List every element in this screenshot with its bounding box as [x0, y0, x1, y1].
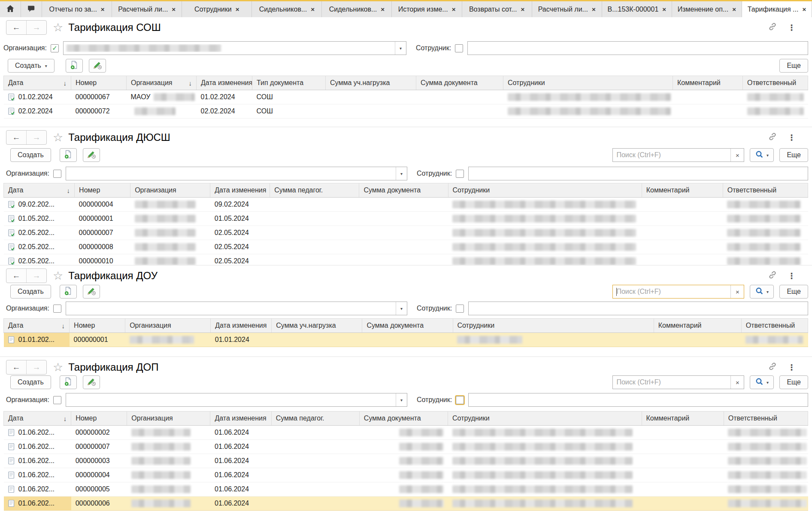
column-header[interactable]: Организация ↓ — [127, 76, 197, 90]
favorite-star-icon[interactable]: ☆ — [53, 22, 63, 34]
get-link-icon[interactable] — [768, 132, 777, 143]
get-link-icon[interactable] — [768, 362, 777, 373]
table-row[interactable]: 01.05.202... 000000001 01.05.2024 — [4, 212, 808, 226]
column-header[interactable]: Дата изменения — [211, 319, 272, 333]
table-row[interactable]: 01.06.202... 000000006 01.06.2024 — [4, 497, 808, 511]
chevron-down-icon[interactable]: ▾ — [395, 42, 406, 55]
create-copy-button[interactable] — [66, 59, 83, 73]
column-header[interactable]: Сумма документа — [416, 76, 503, 90]
column-header[interactable]: Сумма документа — [362, 319, 453, 333]
search-input[interactable] — [613, 286, 730, 298]
edit-button[interactable] — [83, 148, 100, 162]
back-button[interactable]: ← — [6, 360, 26, 374]
tab[interactable]: Сидельников... × — [322, 1, 392, 17]
emp-filter-input[interactable] — [468, 302, 808, 315]
column-header[interactable]: Сумма уч.нагрузка — [272, 319, 362, 333]
chevron-down-icon[interactable]: ▾ — [396, 167, 407, 180]
create-copy-button[interactable] — [60, 148, 77, 162]
more-button[interactable]: Еще — [779, 59, 808, 73]
emp-filter-checkbox[interactable] — [456, 396, 464, 404]
column-header[interactable]: Номер — [75, 183, 130, 198]
column-header[interactable]: Комментарий — [642, 183, 723, 198]
get-link-icon[interactable] — [768, 270, 777, 281]
emp-filter-checkbox[interactable] — [456, 305, 464, 313]
org-filter-checkbox[interactable] — [53, 305, 61, 313]
tab[interactable]: В...153К-000001 × — [602, 1, 672, 17]
table-row[interactable]: 09.02.202... 000000004 09.02.2024 — [4, 198, 808, 212]
table-row[interactable]: 01.06.202... 000000004 01.06.2024 — [4, 468, 808, 482]
table-row[interactable]: 01.06.202... 000000002 01.06.2024 — [4, 426, 808, 440]
search-options-button[interactable]: ▾ — [750, 375, 774, 389]
search-input[interactable] — [613, 149, 730, 161]
tab[interactable]: Сидельников... × — [252, 1, 322, 17]
column-header[interactable]: Тип документа — [252, 76, 326, 90]
emp-filter-input[interactable] — [468, 167, 808, 180]
org-filter-combo[interactable]: ▾ — [63, 41, 406, 55]
close-icon[interactable]: × — [452, 6, 456, 13]
table-row[interactable]: 01.02.2024 000000067 МАОУ 01.02.2024 СОШ — [4, 90, 808, 104]
menu-dots-icon[interactable]: ⋮ — [788, 363, 796, 372]
tab[interactable]: Тарификация ... × — [742, 1, 812, 18]
column-header[interactable]: Дата ↓ — [4, 183, 75, 198]
column-header[interactable]: Ответственный — [743, 76, 808, 90]
chevron-down-icon[interactable]: ▾ — [396, 393, 407, 406]
tab[interactable]: Возвраты сот... × — [462, 1, 532, 17]
column-header[interactable]: Дата ↓ — [4, 411, 71, 426]
close-icon[interactable]: × — [172, 6, 176, 13]
column-header[interactable]: Дата ↓ — [4, 319, 70, 333]
tab[interactable]: История изме... × — [392, 1, 462, 17]
tab[interactable]: Расчетный ли... × — [112, 1, 182, 17]
table-row[interactable]: 02.02.2024 000000072 02.02.2024 СОШ — [4, 104, 808, 119]
column-header[interactable]: Дата изменения — [210, 411, 271, 426]
column-header[interactable]: Сумма документа — [359, 411, 448, 426]
menu-dots-icon[interactable]: ⋮ — [788, 24, 796, 32]
forward-button[interactable]: → — [26, 269, 46, 283]
create-copy-button[interactable] — [60, 285, 77, 299]
tab[interactable]: Отчеты по за... × — [42, 1, 112, 17]
search-options-button[interactable]: ▾ — [750, 285, 774, 299]
column-header[interactable]: Сотрудники — [448, 411, 642, 426]
column-header[interactable]: Дата ↓ — [4, 76, 71, 90]
forward-button[interactable]: → — [26, 131, 46, 144]
close-icon[interactable]: × — [236, 6, 239, 13]
column-header[interactable]: Комментарий — [654, 319, 741, 333]
discussions-button[interactable] — [21, 1, 42, 17]
table-row[interactable]: 01.06.202... 000000005 01.06.2024 — [4, 482, 808, 497]
column-header[interactable]: Комментарий — [673, 76, 743, 90]
clear-search-icon[interactable]: × — [730, 285, 744, 298]
column-header[interactable]: Сумма уч.нагрузка — [326, 76, 416, 90]
search-input[interactable] — [613, 376, 730, 388]
back-button[interactable]: ← — [6, 131, 26, 144]
tab[interactable]: Расчетный ли... × — [532, 1, 602, 17]
org-filter-checkbox[interactable] — [53, 396, 61, 404]
column-header[interactable]: Номер — [70, 319, 125, 333]
column-header[interactable]: Организация — [130, 183, 210, 198]
column-header[interactable]: Организация — [127, 411, 210, 426]
table-row[interactable]: 01.06.202... 000000003 01.06.2024 — [4, 454, 808, 468]
column-header[interactable]: Ответственный — [724, 411, 808, 426]
home-button[interactable] — [0, 1, 21, 17]
close-icon[interactable]: × — [521, 6, 525, 13]
emp-filter-checkbox[interactable] — [456, 170, 464, 178]
close-icon[interactable]: × — [802, 6, 806, 13]
back-button[interactable]: ← — [6, 269, 26, 283]
column-header[interactable]: Сумма документа — [359, 183, 448, 198]
column-header[interactable]: Сотрудники — [453, 319, 654, 333]
column-header[interactable]: Сумма педагог. — [271, 411, 359, 426]
create-copy-button[interactable] — [60, 375, 77, 389]
column-header[interactable]: Сотрудники — [503, 76, 673, 90]
close-icon[interactable]: × — [101, 6, 105, 13]
close-icon[interactable]: × — [381, 6, 385, 13]
column-header[interactable]: Комментарий — [642, 411, 724, 426]
search-options-button[interactable]: ▾ — [750, 148, 774, 162]
tab[interactable]: Сотрудники × — [182, 1, 252, 17]
menu-dots-icon[interactable]: ⋮ — [788, 134, 796, 142]
favorite-star-icon[interactable]: ☆ — [53, 132, 63, 143]
emp-filter-input[interactable] — [468, 393, 808, 407]
emp-filter-input[interactable] — [467, 41, 808, 55]
favorite-star-icon[interactable]: ☆ — [53, 362, 63, 373]
org-filter-checkbox[interactable] — [53, 170, 61, 178]
column-header[interactable]: Ответственный — [723, 183, 808, 198]
emp-filter-checkbox[interactable] — [455, 44, 463, 52]
table-row[interactable]: 02.05.202... 000000008 02.05.2024 — [4, 240, 808, 254]
